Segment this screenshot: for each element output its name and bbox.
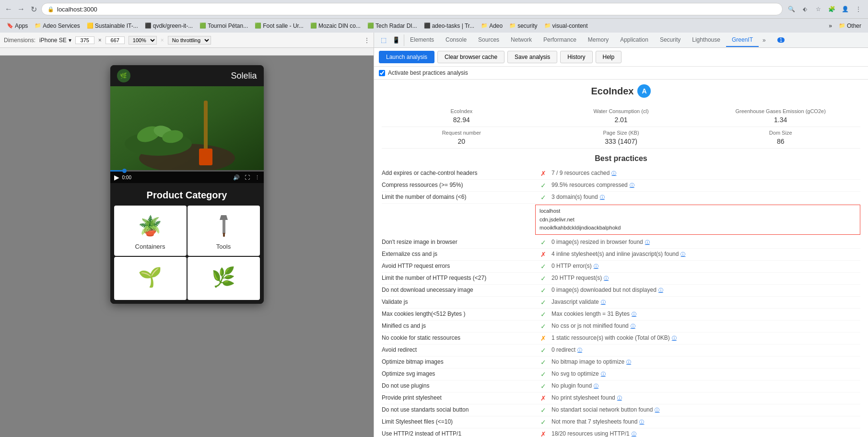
practice-row: Use HTTP/2 instead of HTTP/1 ✗ 18/20 res…: [382, 428, 860, 437]
viewport-rulers: [0, 48, 374, 56]
bookmark-more[interactable]: »: [826, 22, 835, 30]
info-link[interactable]: ⓘ: [658, 288, 663, 293]
bookmark-sustainable[interactable]: 🟨 Sustainable IT-...: [84, 22, 141, 30]
bookmark-tech[interactable]: 🟩 Tech Radar DI...: [364, 22, 420, 30]
bookmark-adeo-tasks[interactable]: ⬛ adeo-tasks | Tr...: [421, 22, 478, 30]
action-bar: Launch analysis Clear browser cache Save…: [374, 48, 868, 67]
tab-security[interactable]: Security: [654, 34, 686, 47]
bookmark-adeo-services[interactable]: 📁 Adeo Services: [32, 22, 82, 30]
info-link[interactable]: ⓘ: [680, 252, 685, 257]
info-link[interactable]: ⓘ: [632, 431, 636, 437]
video-more-button[interactable]: ⋮: [255, 174, 260, 181]
tab-sources[interactable]: Sources: [472, 34, 505, 47]
bookmark-sustainable-icon: 🟨: [87, 23, 94, 29]
address-bar[interactable]: 🔒 localhost:3000: [41, 3, 783, 15]
tab-badge-item[interactable]: 1: [770, 34, 791, 47]
video-progress-bar[interactable]: [110, 170, 264, 172]
bookmark-adeo[interactable]: 📁 Adeo: [478, 22, 505, 30]
extensions-icon[interactable]: 🧩: [826, 3, 837, 15]
practice-row: No cookie for static ressources ✗ 1 stat…: [382, 333, 860, 345]
info-link[interactable]: ⓘ: [600, 195, 605, 200]
practice-name: Validate js: [382, 299, 535, 305]
practice-row: Optimize svg images ✓ No svg to optimize…: [382, 368, 860, 380]
tab-console[interactable]: Console: [440, 34, 472, 47]
viewport-more-icon[interactable]: ⋮: [364, 37, 370, 44]
info-link[interactable]: ⓘ: [601, 371, 606, 377]
bookmark-mozaic[interactable]: 🟩 Mozaic DIN co...: [307, 22, 364, 30]
bookmark-apps[interactable]: 🔖 Apps: [4, 22, 31, 30]
history-button[interactable]: History: [560, 51, 592, 63]
bookmark-other[interactable]: 📁 Other: [836, 22, 864, 30]
practice-status-icon: ✗: [539, 430, 548, 437]
forward-button[interactable]: →: [16, 4, 26, 14]
product-img-tools: [209, 211, 238, 240]
profile-icon[interactable]: 👤: [839, 3, 851, 15]
video-container: ▶ 0:00 🔊 ⛶ ⋮: [110, 86, 264, 183]
tab-more-button[interactable]: »: [759, 34, 770, 46]
info-link[interactable]: ⓘ: [639, 419, 644, 425]
zoom-icon[interactable]: 🔍: [786, 3, 797, 15]
bookmark-qvdk[interactable]: ⬛ qvdk/green-it-...: [142, 22, 196, 30]
product-card-tools[interactable]: Tools: [188, 206, 260, 256]
best-practices-checkbox[interactable]: [379, 70, 385, 76]
launch-analysis-button[interactable]: Launch analysis: [379, 51, 434, 63]
bookmark-visual[interactable]: 📁 visual-content: [541, 22, 591, 30]
height-input[interactable]: [106, 36, 125, 44]
star-icon[interactable]: ☆: [812, 3, 824, 15]
bookmark-tournoi[interactable]: 🟩 Tournoi Pétan...: [197, 22, 251, 30]
refresh-button[interactable]: ↻: [29, 4, 38, 14]
info-link[interactable]: ⓘ: [645, 240, 650, 245]
save-analysis-button[interactable]: Save analysis: [507, 51, 557, 63]
device-selector[interactable]: iPhone SE ▾: [39, 37, 71, 44]
volume-button[interactable]: 🔊: [233, 174, 240, 181]
info-link[interactable]: ⓘ: [601, 299, 606, 305]
info-link[interactable]: ⓘ: [626, 359, 631, 365]
inspect-element-button[interactable]: ⬚: [378, 34, 389, 46]
info-link[interactable]: ⓘ: [617, 395, 622, 401]
menu-icon[interactable]: ⋮: [853, 3, 864, 15]
devtools-icons: ⬚ 📱: [376, 34, 404, 46]
tab-elements[interactable]: Elements: [404, 34, 440, 47]
info-link[interactable]: ⓘ: [631, 323, 635, 329]
info-link[interactable]: ⓘ: [594, 383, 598, 389]
info-link[interactable]: ⓘ: [632, 311, 636, 317]
tab-application[interactable]: Application: [614, 34, 654, 47]
product-card-plants[interactable]: 🌱: [114, 257, 187, 300]
tab-lighthouse[interactable]: Lighthouse: [686, 34, 726, 47]
help-button[interactable]: Help: [596, 51, 622, 63]
practice-row: Validate js ✓ Javascript validateⓘ: [382, 297, 860, 309]
practice-row: Avoid redirect ✓ 0 redirectⓘ: [382, 345, 860, 356]
bookmark-apps-label: Apps: [15, 23, 28, 29]
product-grid: 🪴 Containers Tools: [110, 206, 264, 304]
ecoindex-header: EcoIndex A: [382, 84, 860, 98]
clear-cache-button[interactable]: Clear browser cache: [437, 51, 504, 63]
info-link[interactable]: ⓘ: [630, 183, 634, 188]
width-input[interactable]: [75, 36, 94, 44]
device-toggle-button[interactable]: 📱: [390, 34, 402, 46]
info-link[interactable]: ⓘ: [604, 276, 609, 281]
zoom-select[interactable]: 100%: [129, 36, 157, 45]
product-card-containers[interactable]: 🪴 Containers: [114, 206, 187, 256]
tab-memory[interactable]: Memory: [582, 34, 614, 47]
bookmark-tournoi-icon: 🟩: [199, 23, 206, 29]
tab-greenit[interactable]: GreenIT: [726, 34, 759, 47]
fullscreen-button[interactable]: ⛶: [245, 174, 250, 180]
play-button[interactable]: ▶: [114, 173, 119, 181]
tab-network[interactable]: Network: [505, 34, 538, 47]
back-button[interactable]: ←: [4, 4, 13, 14]
info-link[interactable]: ⓘ: [672, 335, 677, 341]
metric-requests: Request number 20: [382, 130, 541, 145]
info-link[interactable]: ⓘ: [594, 264, 598, 269]
bookmark-visual-label: visual-content: [552, 23, 588, 29]
cast-icon[interactable]: ⬖: [799, 3, 810, 15]
metric-pagesize-value: 333 (1407): [541, 138, 701, 145]
bookmark-security[interactable]: 📁 security: [506, 22, 540, 30]
info-link[interactable]: ⓘ: [611, 171, 616, 176]
info-link[interactable]: ⓘ: [577, 347, 582, 353]
tab-performance[interactable]: Performance: [538, 34, 582, 47]
info-link[interactable]: ⓘ: [655, 407, 659, 413]
practice-detail: 20 HTTP request(s)ⓘ: [551, 275, 860, 282]
product-card-grass[interactable]: 🌿: [188, 257, 260, 300]
bookmark-foot[interactable]: 🟩 Foot salle - Ur...: [252, 22, 306, 30]
throttle-select[interactable]: No throttling: [168, 36, 211, 45]
